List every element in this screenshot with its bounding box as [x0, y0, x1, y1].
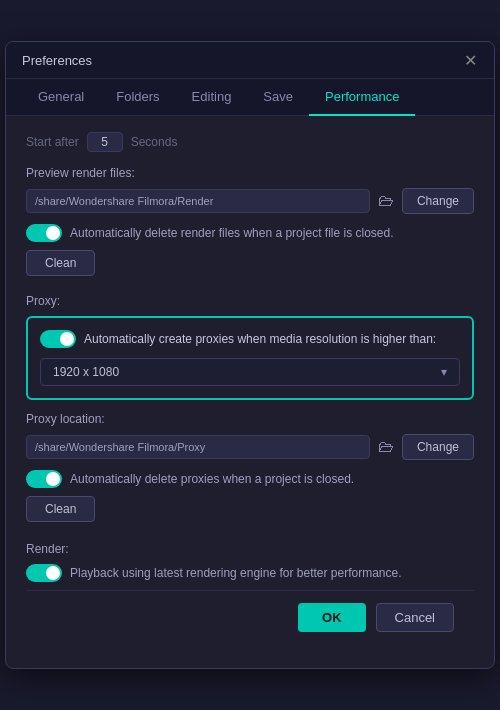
proxy-location-path-row: /share/Wondershare Filmora/Proxy 🗁 Chang…	[26, 434, 474, 460]
proxy-auto-delete-row: Automatically delete proxies when a proj…	[26, 470, 474, 488]
proxy-folder-icon[interactable]: 🗁	[378, 438, 394, 456]
preview-auto-delete-row: Automatically delete render files when a…	[26, 224, 474, 242]
proxy-resolution-row[interactable]: 1920 x 1080 ▾	[40, 358, 460, 386]
render-playback-toggle[interactable]	[26, 564, 62, 582]
preview-render-path: /share/Wondershare Filmora/Render	[26, 189, 370, 213]
proxy-resolution-text: 1920 x 1080	[53, 365, 119, 379]
proxy-location-path: /share/Wondershare Filmora/Proxy	[26, 435, 370, 459]
footer: OK Cancel	[26, 590, 474, 648]
start-after-unit: Seconds	[131, 135, 178, 149]
start-after-row: Start after 5 Seconds	[26, 132, 474, 152]
titlebar: Preferences ✕	[6, 42, 494, 79]
proxy-auto-delete-toggle[interactable]	[26, 470, 62, 488]
preview-auto-delete-toggle[interactable]	[26, 224, 62, 242]
tab-bar: General Folders Editing Save Performance	[6, 79, 494, 116]
start-after-value[interactable]: 5	[87, 132, 123, 152]
tab-performance[interactable]: Performance	[309, 79, 415, 116]
proxy-box: Automatically create proxies when media …	[26, 316, 474, 400]
preview-auto-delete-label: Automatically delete render files when a…	[70, 226, 474, 240]
proxy-auto-create-row: Automatically create proxies when media …	[40, 330, 460, 348]
render-playback-label: Playback using latest rendering engine f…	[70, 566, 474, 580]
preview-render-path-row: /share/Wondershare Filmora/Render 🗁 Chan…	[26, 188, 474, 214]
proxy-auto-create-label: Automatically create proxies when media …	[84, 332, 436, 346]
dialog-title: Preferences	[22, 53, 92, 68]
tab-save[interactable]: Save	[247, 79, 309, 116]
content-area: Start after 5 Seconds Preview render fil…	[6, 116, 494, 668]
tab-general[interactable]: General	[22, 79, 100, 116]
preferences-dialog: Preferences ✕ General Folders Editing Sa…	[5, 41, 495, 669]
start-after-label: Start after	[26, 135, 79, 149]
chevron-down-icon: ▾	[441, 365, 447, 379]
proxy-location-label: Proxy location:	[26, 412, 474, 426]
preview-change-button[interactable]: Change	[402, 188, 474, 214]
proxy-auto-delete-label: Automatically delete proxies when a proj…	[70, 472, 474, 486]
cancel-button[interactable]: Cancel	[376, 603, 454, 632]
preview-clean-button[interactable]: Clean	[26, 250, 95, 276]
ok-button[interactable]: OK	[298, 603, 366, 632]
preview-render-label: Preview render files:	[26, 166, 474, 180]
render-label: Render:	[26, 542, 474, 556]
tab-folders[interactable]: Folders	[100, 79, 175, 116]
preview-folder-icon[interactable]: 🗁	[378, 192, 394, 210]
proxy-clean-button[interactable]: Clean	[26, 496, 95, 522]
proxy-change-button[interactable]: Change	[402, 434, 474, 460]
render-section: Render: Playback using latest rendering …	[26, 542, 474, 582]
proxy-auto-create-toggle[interactable]	[40, 330, 76, 348]
tab-editing[interactable]: Editing	[176, 79, 248, 116]
proxy-label: Proxy:	[26, 294, 474, 308]
close-button[interactable]: ✕	[462, 52, 478, 68]
render-playback-row: Playback using latest rendering engine f…	[26, 564, 474, 582]
